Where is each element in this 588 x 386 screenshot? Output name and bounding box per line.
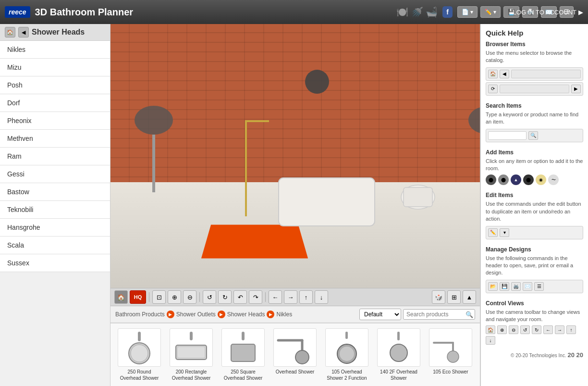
help-view-rotate1[interactable]: ↺ xyxy=(520,325,530,334)
new-button[interactable]: 📄▾ xyxy=(457,6,478,18)
pan-left-button[interactable]: ← xyxy=(269,290,282,304)
product-gallery: 250 Round Overhead Shower200 Rectangle O… xyxy=(110,323,480,386)
pan-right-button[interactable]: → xyxy=(284,290,297,304)
help-next-btn[interactable]: ▶ xyxy=(571,85,581,93)
help-add-heading: Add Items xyxy=(486,149,583,156)
sidebar-item-mizu[interactable]: Mizu xyxy=(0,59,110,76)
help-view-plus[interactable]: ⊕ xyxy=(497,325,507,334)
decorative-icons: 🍽️ 🚿 🛁 xyxy=(396,6,438,18)
help-add-items: Add Items Click on any item or option to… xyxy=(486,149,583,186)
sidebar-item-bastow[interactable]: Bastow xyxy=(0,183,110,201)
svg-point-30 xyxy=(447,351,459,362)
orbit-down-button[interactable]: ↻ xyxy=(218,290,232,304)
sidebar-item-ram[interactable]: Ram xyxy=(0,148,110,165)
turn-left-button[interactable]: ↶ xyxy=(233,290,247,304)
sidebar-item-hansgrohe[interactable]: Hansgrohe xyxy=(0,219,110,237)
sidebar-item-teknobili[interactable]: Teknobili xyxy=(0,201,110,219)
pan-up-button[interactable]: ↑ xyxy=(299,290,313,304)
svg-rect-2 xyxy=(279,178,375,226)
help-save-btn[interactable]: 💾 xyxy=(500,282,509,291)
help-search-btn[interactable]: 🔍 xyxy=(528,131,538,140)
product-image-3 xyxy=(273,328,317,367)
sidebar-item-dorf[interactable]: Dorf xyxy=(0,94,110,112)
zoom-in-button[interactable]: ⊕ xyxy=(168,290,181,304)
product-item-1[interactable]: 200 Rectangle Overhead Shower xyxy=(167,328,215,381)
pan-down-button[interactable]: ↓ xyxy=(315,290,328,304)
help-browser-ui: 🏠 ◀ xyxy=(486,67,583,81)
sidebar-item-methven[interactable]: Methven xyxy=(0,130,110,148)
facebook-button[interactable]: f xyxy=(442,6,453,18)
zoom-out-button[interactable]: ⊖ xyxy=(183,290,196,304)
help-view-left[interactable]: ← xyxy=(543,325,553,334)
help-open-btn[interactable]: 📂 xyxy=(488,282,498,291)
back-nav-button[interactable]: ◀ xyxy=(18,27,29,37)
breadcrumb-bar: Bathroom Products ▶ Shower Outlets ▶ Sho… xyxy=(110,306,480,323)
svg-rect-26 xyxy=(397,332,400,340)
help-view-minus[interactable]: ⊖ xyxy=(509,325,518,334)
edit-button[interactable]: ✏️▾ xyxy=(480,6,501,18)
center-area: 🏠 HQ ⊡ ⊕ ⊖ ↺ ↻ ↶ ↷ ← → ↑ ↓ 🎲 ⊞ ▲ Bathroo… xyxy=(110,24,480,386)
help-view-down[interactable]: ↓ xyxy=(486,336,495,345)
sidebar-item-scala[interactable]: Scala xyxy=(0,237,110,254)
home-nav-button[interactable]: 🏠 xyxy=(5,27,15,37)
help-menu-btn[interactable]: ☰ xyxy=(534,282,544,291)
product-item-5[interactable]: 140 2F Overhead Shower xyxy=(375,328,423,381)
product-label-0: 250 Round Overhead Shower xyxy=(117,369,162,381)
search-icon[interactable]: 🔍 xyxy=(466,311,473,318)
help-print-btn[interactable]: 🖨️ xyxy=(511,282,521,291)
help-rotate-btn[interactable]: ⟳ xyxy=(488,85,498,93)
sidebar-item-gessi[interactable]: Gessi xyxy=(0,165,110,183)
right-panel: Quick Help Browser Items Use the menu se… xyxy=(480,24,588,386)
sidebar-item-sussex[interactable]: Sussex xyxy=(0,254,110,272)
help-search-text: Type a keyword or product name to find a… xyxy=(486,111,583,126)
help-back-btn[interactable]: ◀ xyxy=(500,70,509,78)
help-edit-dropdown[interactable]: ▾ xyxy=(500,228,509,237)
breadcrumb-heads[interactable]: Shower Heads xyxy=(227,311,265,318)
app-title: 3D Bathroom Planner xyxy=(35,7,133,18)
breadcrumb-outlets[interactable]: Shower Outlets xyxy=(176,311,216,318)
sidebar-item-pheonix[interactable]: Pheonix xyxy=(0,112,110,130)
view-up-button[interactable]: ▲ xyxy=(463,290,476,304)
search-input[interactable] xyxy=(403,309,475,320)
viewport[interactable] xyxy=(110,24,480,288)
breadcrumb-arrow-3[interactable]: ▶ xyxy=(267,311,274,318)
sidebar: 🏠 ◀ Shower Heads NiklesMizuPoshDorfPheon… xyxy=(0,24,110,386)
view-3d-button[interactable]: 🎲 xyxy=(432,290,445,304)
view-grid-button[interactable]: ⊞ xyxy=(447,290,461,304)
help-view-rotate2[interactable]: ↻ xyxy=(532,325,541,334)
sort-select[interactable]: Default Name A-Z Name Z-A xyxy=(359,309,401,320)
help-view-right[interactable]: → xyxy=(555,325,564,334)
product-item-6[interactable]: 105 Eco Shower xyxy=(427,328,475,375)
help-view-up[interactable]: ↑ xyxy=(566,325,576,334)
sidebar-item-nikles[interactable]: Nikles xyxy=(0,41,110,59)
svg-rect-19 xyxy=(231,344,255,361)
breadcrumb-arrow-1[interactable]: ▶ xyxy=(167,311,174,318)
breadcrumb-nikles[interactable]: Nikles xyxy=(276,311,292,318)
drag-button[interactable]: ⊡ xyxy=(152,290,166,304)
product-item-0[interactable]: 250 Round Overhead Shower xyxy=(115,328,163,381)
login-button[interactable]: LOG IN TO ACCOUNT ▶ xyxy=(513,9,583,16)
search-wrapper: 🔍 xyxy=(403,309,475,320)
svg-point-25 xyxy=(340,347,354,361)
product-item-3[interactable]: Overhead Shower xyxy=(271,328,319,375)
breadcrumb-bathroom[interactable]: Bathroom Products xyxy=(115,311,165,318)
help-view-home[interactable]: 🏠 xyxy=(486,325,495,334)
help-browser-text: Use the menu selector to browse the cata… xyxy=(486,50,583,64)
hq-button[interactable]: HQ xyxy=(130,290,146,304)
turn-right-button[interactable]: ↷ xyxy=(249,290,262,304)
help-home-btn[interactable]: 🏠 xyxy=(488,70,498,78)
svg-rect-4 xyxy=(404,187,432,207)
help-edit-ui: ✏️ ▾ xyxy=(486,226,583,239)
product-item-4[interactable]: 105 Overhead Shower 2 Function xyxy=(323,328,371,381)
product-item-2[interactable]: 250 Square Overhead Shower xyxy=(219,328,267,381)
svg-rect-1 xyxy=(152,135,155,192)
orbit-up-button[interactable]: ↺ xyxy=(203,290,216,304)
separator-1 xyxy=(149,292,149,302)
help-item-1: ⬤ xyxy=(486,174,496,185)
help-edit-btn[interactable]: ✏️ xyxy=(488,228,498,237)
sidebar-item-posh[interactable]: Posh xyxy=(0,76,110,94)
viewport-home-button[interactable]: 🏠 xyxy=(114,290,128,304)
help-email-btn[interactable]: ✉️ xyxy=(523,282,532,291)
help-views-text: Use the camera toolbar to change views a… xyxy=(486,309,583,324)
breadcrumb-arrow-2[interactable]: ▶ xyxy=(218,311,225,318)
